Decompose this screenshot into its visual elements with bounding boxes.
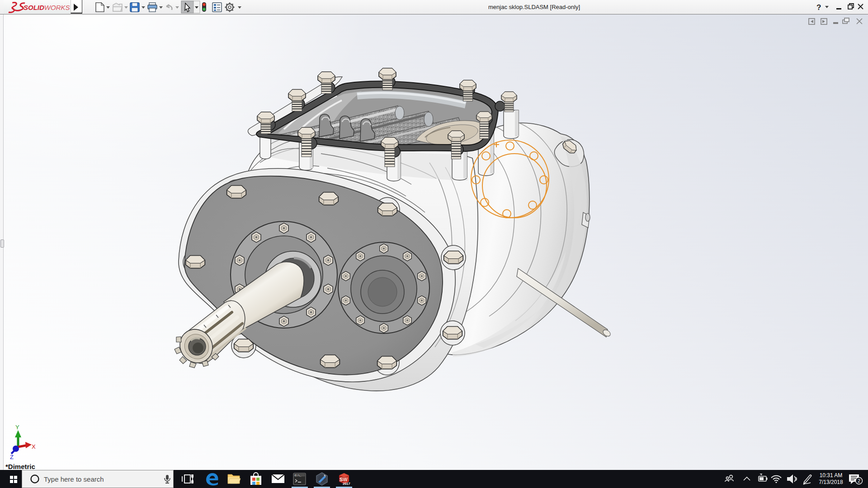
svg-text:Z: Z <box>10 454 14 460</box>
svg-text:?: ? <box>816 3 821 12</box>
svg-text:SOLIDWORKS: SOLIDWORKS <box>24 4 70 11</box>
svg-text:2: 2 <box>858 478 860 483</box>
svg-text:Y: Y <box>15 424 19 431</box>
svg-text:2017: 2017 <box>343 482 350 486</box>
svg-text:C:\_: C:\_ <box>295 474 302 477</box>
svg-text:X: X <box>32 443 36 450</box>
